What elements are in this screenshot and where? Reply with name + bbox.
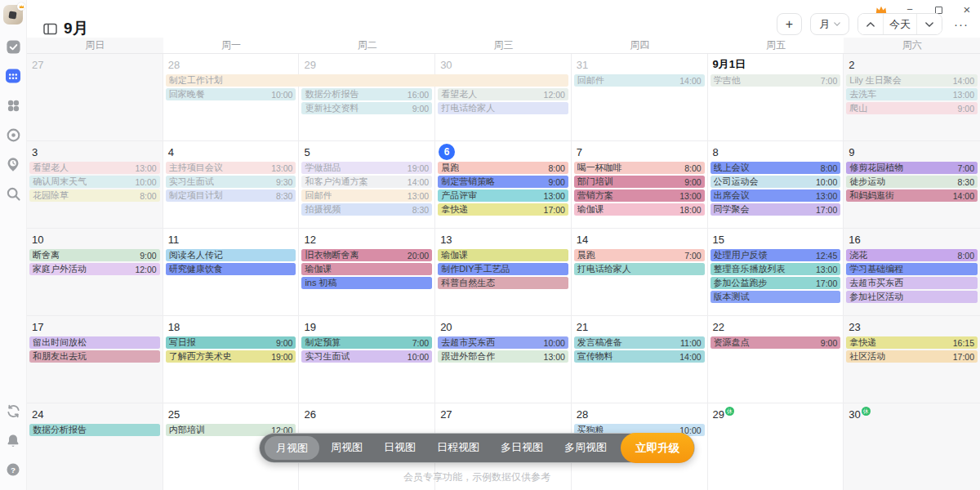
- today-button[interactable]: 今天: [883, 14, 917, 34]
- calendar-event[interactable]: 同学聚会17:00: [710, 203, 841, 216]
- calendar-event[interactable]: 去超市买东西10:00: [438, 336, 568, 349]
- calendar-event[interactable]: 看望老人12:00: [438, 88, 568, 100]
- calendar-event[interactable]: 产品评审13:00: [438, 189, 568, 202]
- calendar-event[interactable]: 打电话给家人: [574, 263, 705, 275]
- habit-clock-icon[interactable]: [4, 155, 22, 173]
- calendar-event[interactable]: 爬山9:00: [846, 102, 978, 114]
- avatar[interactable]: [3, 5, 23, 24]
- calendar-event[interactable]: 拍摄视频8:30: [301, 203, 432, 216]
- day-cell-28[interactable]: 28制定工作计划回家晚餐10:00: [163, 54, 300, 140]
- day-cell-7[interactable]: 7喝一杯咖啡8:00部门培训9:00营销方案13:00瑜伽课18:00: [572, 141, 708, 228]
- calendar-event[interactable]: 学做甜品19:00: [301, 162, 432, 174]
- day-cell-29[interactable]: 29休: [708, 403, 844, 490]
- calendar-event[interactable]: 处理用户反馈12:45: [710, 249, 841, 261]
- calendar-event[interactable]: 版本测试: [710, 291, 841, 303]
- day-cell-10[interactable]: 10断舍离9:00家庭户外活动12:00: [27, 229, 163, 315]
- calendar-event[interactable]: 制作DIY手工艺品: [438, 263, 568, 275]
- calendar-event[interactable]: 回家晚餐10:00: [166, 88, 296, 100]
- calendar-event[interactable]: 断舍离9:00: [29, 249, 160, 261]
- day-cell-27[interactable]: 27: [27, 54, 163, 140]
- calendar-event[interactable]: 实习生面试9:30: [166, 176, 296, 188]
- day-cell-12[interactable]: 12旧衣物断舍离20:00瑜伽课ins 初稿: [299, 229, 435, 315]
- calendar-event[interactable]: 线上会议8:00: [710, 162, 841, 174]
- day-cell-13[interactable]: 13瑜伽课制作DIY手工艺品科普自然生态: [435, 229, 572, 315]
- calendar-event[interactable]: 更新社交资料9:00: [301, 102, 432, 114]
- calendar-event[interactable]: 去洗车13:00: [846, 88, 978, 100]
- calendar-event[interactable]: 去超市买东西: [846, 277, 978, 289]
- day-cell-3[interactable]: 3看望老人13:00确认周末天气10:00花园除草8:00: [27, 141, 163, 228]
- calendar-event[interactable]: 学吉他7:00: [710, 74, 841, 87]
- calendar-event[interactable]: 阅读名人传记: [166, 249, 296, 261]
- day-cell-4[interactable]: 4主持项目会议13:00实习生面试9:30制定项目计划8:30: [163, 141, 300, 228]
- calendar-event[interactable]: 整理音乐播放列表13:00: [710, 263, 841, 275]
- calendar-event[interactable]: 晨跑8:00: [438, 162, 568, 174]
- view-tab-日程视图[interactable]: 日程视图: [426, 433, 490, 463]
- calendar-event[interactable]: 晨跑7:00: [574, 249, 705, 261]
- calendar-event[interactable]: 发言稿准备11:00: [574, 336, 705, 349]
- more-options-button[interactable]: ···: [951, 17, 972, 31]
- calendar-event[interactable]: 花园除草8:00: [29, 189, 160, 202]
- calendar-event[interactable]: 参加社区活动: [846, 291, 978, 303]
- calendar-event[interactable]: 营销方案13:00: [574, 189, 705, 202]
- calendar-event[interactable]: 数据分析报告16:00: [301, 88, 432, 100]
- day-cell-5[interactable]: 5学做甜品19:00和客户沟通方案14:00回邮件13:00拍摄视频8:30: [299, 141, 435, 228]
- apps-icon[interactable]: [4, 96, 22, 114]
- view-mode-dropdown[interactable]: 月: [810, 13, 849, 35]
- calendar-event[interactable]: 宣传物料14:00: [574, 350, 705, 363]
- day-cell-30[interactable]: 30休: [844, 403, 980, 490]
- help-icon[interactable]: ?: [4, 461, 22, 479]
- bell-icon[interactable]: [4, 431, 22, 449]
- day-cell-21[interactable]: 21发言稿准备11:00宣传物料14:00: [572, 316, 708, 403]
- calendar-event[interactable]: 修剪花园植物7:00: [846, 162, 978, 174]
- day-cell-17[interactable]: 17留出时间放松和朋友出去玩: [27, 316, 163, 403]
- sync-icon[interactable]: [4, 402, 22, 420]
- calendar-event[interactable]: 家庭户外活动12:00: [29, 263, 160, 275]
- calendar-event[interactable]: 数据分析报告: [29, 424, 160, 436]
- calendar-event[interactable]: 拿快递16:15: [846, 336, 978, 349]
- view-tab-日视图[interactable]: 日视图: [373, 433, 426, 463]
- calendar-event[interactable]: 和妈妈逛街14:00: [846, 189, 978, 202]
- calendar-event[interactable]: 制定项目计划8:30: [166, 189, 296, 202]
- calendar-event[interactable]: 和客户沟通方案14:00: [301, 176, 432, 188]
- day-cell-14[interactable]: 14晨跑7:00打电话给家人: [572, 229, 708, 315]
- calendar-event[interactable]: 参加公益跑步17:00: [710, 277, 841, 289]
- calendar-event[interactable]: 资源盘点9:00: [710, 336, 841, 349]
- day-cell-20[interactable]: 20去超市买东西10:00跟进外部合作13:00: [435, 316, 572, 403]
- day-cell-30[interactable]: 30看望老人12:00打电话给家人: [435, 54, 572, 140]
- calendar-event[interactable]: 拿快递17:00: [438, 203, 568, 216]
- day-cell-16[interactable]: 16浇花8:00学习基础编程去超市买东西参加社区活动: [844, 229, 980, 315]
- view-tab-多周视图[interactable]: 多周视图: [554, 433, 617, 463]
- day-cell-19[interactable]: 19制定预算7:00实习生面试10:00: [299, 316, 435, 403]
- day-cell-9月1日[interactable]: 9月1日学吉他7:00: [708, 54, 844, 140]
- prev-period-button[interactable]: [858, 14, 883, 34]
- upgrade-button[interactable]: 立即升级: [621, 433, 694, 463]
- calendar-event[interactable]: 喝一杯咖啡8:00: [574, 162, 705, 174]
- calendar-event[interactable]: 打电话给家人: [438, 102, 568, 114]
- tasks-icon[interactable]: [4, 38, 22, 56]
- calendar-event[interactable]: 瑜伽课: [438, 249, 568, 261]
- calendar-event[interactable]: 写日报9:00: [166, 336, 296, 349]
- day-cell-2[interactable]: 2Lily 生日聚会14:00去洗车13:00爬山9:00: [844, 54, 980, 140]
- add-event-button[interactable]: +: [777, 13, 802, 35]
- calendar-event[interactable]: 研究健康饮食: [166, 263, 296, 275]
- calendar-icon[interactable]: [4, 67, 22, 85]
- day-cell-22[interactable]: 22资源盘点9:00: [708, 316, 844, 403]
- calendar-event[interactable]: 徒步运动8:30: [846, 176, 978, 188]
- calendar-event[interactable]: 学习基础编程: [846, 263, 978, 275]
- calendar-event[interactable]: 瑜伽课: [301, 263, 432, 275]
- search-icon[interactable]: [4, 185, 22, 203]
- calendar-event[interactable]: 出席会议13:00: [710, 189, 841, 202]
- calendar-event[interactable]: 回邮件14:00: [574, 74, 705, 87]
- day-cell-6[interactable]: 6晨跑8:00制定营销策略9:00产品评审13:00拿快递17:00: [435, 141, 572, 228]
- calendar-event[interactable]: 科普自然生态: [438, 277, 568, 289]
- focus-icon[interactable]: [4, 126, 22, 144]
- day-cell-23[interactable]: 23拿快递16:15社区活动17:00: [844, 316, 980, 403]
- sidebar-toggle-icon[interactable]: [43, 23, 57, 35]
- day-cell-29[interactable]: 29数据分析报告16:00更新社交资料9:00: [299, 54, 435, 140]
- calendar-event[interactable]: 制定工作计划: [166, 74, 568, 87]
- calendar-event[interactable]: 看望老人13:00: [29, 162, 160, 174]
- calendar-event[interactable]: 留出时间放松: [29, 336, 160, 349]
- calendar-event[interactable]: 跟进外部合作13:00: [438, 350, 568, 363]
- calendar-event[interactable]: 制定预算7:00: [301, 336, 432, 349]
- day-cell-9[interactable]: 9修剪花园植物7:00徒步运动8:30和妈妈逛街14:00: [844, 141, 980, 228]
